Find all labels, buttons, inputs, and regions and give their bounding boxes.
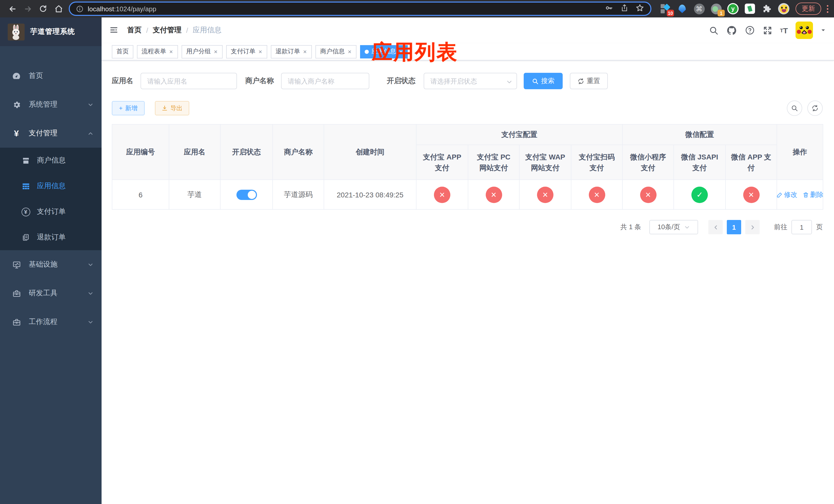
- tab-merchant-info[interactable]: 商户信息×: [315, 45, 356, 58]
- close-icon[interactable]: ×: [169, 48, 173, 54]
- sidebar-item-dev-tools[interactable]: 研发工具: [0, 279, 102, 307]
- browser-forward-icon[interactable]: [22, 3, 34, 15]
- sidebar-item-label: 工作流程: [29, 317, 58, 327]
- chrome-menu-icon[interactable]: [826, 5, 829, 13]
- cell-wx-jsapi: ✓: [674, 180, 725, 209]
- close-icon[interactable]: ×: [258, 48, 263, 54]
- grid-icon: [21, 182, 31, 190]
- breadcrumb-separator: /: [146, 26, 148, 35]
- sidebar-item-label: 首页: [29, 71, 43, 81]
- search-button[interactable]: 搜索: [524, 73, 563, 89]
- site-info-icon[interactable]: [76, 5, 84, 13]
- help-icon[interactable]: [745, 25, 755, 36]
- chevron-down-icon: [684, 224, 690, 230]
- font-size-icon[interactable]: TT: [780, 26, 788, 35]
- status-cross-icon: ×: [589, 186, 605, 203]
- sidebar-item-infrastructure[interactable]: 基础设施: [0, 250, 102, 279]
- goto-page-input[interactable]: [791, 220, 812, 234]
- profile-avatar-icon[interactable]: [778, 3, 789, 14]
- extensions-puzzle-icon[interactable]: [761, 3, 772, 14]
- breadcrumb-home[interactable]: 首页: [127, 26, 141, 35]
- extension-stats-icon[interactable]: 1: [710, 3, 722, 14]
- status-cross-icon: ×: [743, 186, 760, 203]
- merchant-name-input[interactable]: [281, 73, 369, 89]
- merchant-field-wrap: [281, 73, 369, 89]
- chevron-down-icon: [88, 291, 93, 296]
- toggle-search-button[interactable]: [787, 100, 802, 116]
- bookmark-star-icon[interactable]: [636, 3, 644, 14]
- annotation-page-title: 应用列表: [372, 38, 458, 66]
- col-wx-lite: 微信小程序支付: [622, 145, 674, 180]
- tags-view: 首页 流程表单× 用户分组× 支付订单× 退款订单× 商户信息× 应用信息×: [102, 43, 834, 61]
- sidebar-item-label: 基础设施: [29, 260, 58, 269]
- github-icon[interactable]: [726, 25, 737, 36]
- avatar-caret-icon[interactable]: [821, 26, 826, 35]
- extension-balloon-icon[interactable]: [677, 3, 688, 14]
- browser-reload-icon[interactable]: [37, 3, 49, 15]
- status-select-input[interactable]: [424, 73, 517, 89]
- shop-icon: [21, 156, 31, 165]
- sidebar-item-merchant-info[interactable]: 商户信息: [0, 148, 102, 173]
- tab-pay-order[interactable]: 支付订单×: [226, 45, 267, 58]
- prev-page-button[interactable]: [708, 220, 723, 234]
- extension-y-icon[interactable]: y: [727, 3, 739, 14]
- page-unit-label: 页: [816, 223, 823, 232]
- pagination-total: 共 1 条: [620, 223, 641, 232]
- toolbox-icon: [11, 289, 22, 298]
- status-select[interactable]: [424, 73, 517, 89]
- share-icon[interactable]: [621, 3, 628, 14]
- add-button[interactable]: + 新增: [112, 101, 145, 115]
- url-bar[interactable]: localhost:1024/pay/app: [69, 2, 652, 16]
- browser-home-icon[interactable]: [52, 3, 65, 15]
- chevron-down-icon: [88, 102, 93, 108]
- sidebar-item-system[interactable]: 系统管理: [0, 90, 102, 119]
- extension-doc-icon[interactable]: [744, 3, 755, 14]
- browser-back-icon[interactable]: [6, 3, 19, 15]
- header-search-icon[interactable]: [708, 25, 718, 35]
- tab-refund-order[interactable]: 退款订单×: [271, 45, 312, 58]
- tab-process-form[interactable]: 流程表单×: [137, 45, 178, 58]
- col-alipay-pc: 支付宝 PC 网站支付: [468, 145, 519, 180]
- sidebar-item-label: 系统管理: [29, 100, 58, 109]
- breadcrumb-section[interactable]: 支付管理: [153, 26, 181, 35]
- screen: localhost:1024/pay/app 10 ⌘: [0, 0, 834, 504]
- reset-button[interactable]: 重置: [570, 73, 608, 89]
- tab-user-group[interactable]: 用户分组×: [181, 45, 223, 58]
- sidebar-item-workflow[interactable]: 工作流程: [0, 307, 102, 336]
- sidebar-item-pay-order[interactable]: ¥ 支付订单: [0, 199, 102, 225]
- close-icon[interactable]: ×: [303, 48, 307, 54]
- cell-app-id: 6: [112, 180, 169, 209]
- extension-command-icon[interactable]: ⌘: [694, 3, 705, 14]
- breadcrumb-separator: /: [186, 26, 188, 35]
- user-avatar[interactable]: [795, 22, 813, 39]
- sidebar-item-home[interactable]: 首页: [0, 62, 102, 90]
- close-icon[interactable]: ×: [213, 48, 218, 54]
- browser-toolbar: localhost:1024/pay/app 10 ⌘: [0, 0, 834, 18]
- password-key-icon[interactable]: [605, 3, 613, 14]
- refresh-button[interactable]: [807, 100, 823, 116]
- sidebar-item-app-info[interactable]: 应用信息: [0, 173, 102, 199]
- yen-icon: ¥: [11, 129, 22, 138]
- page-size-select[interactable]: 10条/页: [649, 220, 698, 234]
- tab-home[interactable]: 首页: [112, 45, 133, 58]
- next-page-button[interactable]: [745, 220, 760, 234]
- app-name-input[interactable]: [140, 73, 237, 89]
- chevron-up-icon: [88, 131, 93, 136]
- sidebar-item-label: 支付订单: [37, 207, 66, 216]
- url-text[interactable]: localhost:1024/pay/app: [88, 5, 601, 13]
- chrome-update-button[interactable]: 更新: [795, 3, 821, 15]
- sidebar-item-payment[interactable]: ¥ 支付管理: [0, 119, 102, 148]
- extension-collector-icon[interactable]: 10: [660, 3, 671, 14]
- status-label: 开启状态: [387, 76, 415, 86]
- edit-link[interactable]: 修改: [776, 190, 797, 199]
- sidebar-item-label: 支付管理: [29, 129, 58, 138]
- sidebar-collapse-icon[interactable]: [109, 25, 119, 36]
- export-button[interactable]: 导出: [155, 101, 189, 115]
- delete-link[interactable]: 删除: [803, 190, 824, 199]
- fullscreen-icon[interactable]: [763, 25, 772, 35]
- page-number-1[interactable]: 1: [727, 220, 741, 234]
- sidebar-logo[interactable]: 芋道管理系统: [0, 18, 102, 46]
- close-icon[interactable]: ×: [347, 48, 352, 54]
- sidebar-item-refund-order[interactable]: 退款订单: [0, 225, 102, 250]
- status-toggle[interactable]: [236, 189, 257, 200]
